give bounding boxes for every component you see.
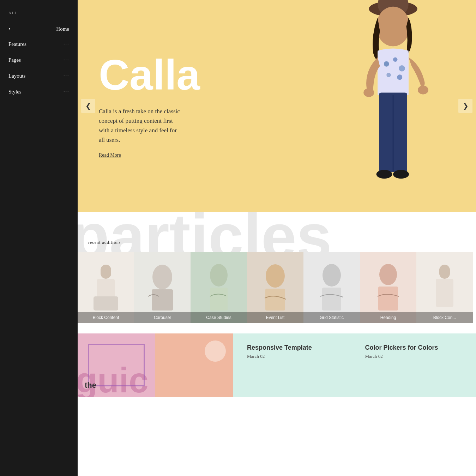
sidebar-item-styles[interactable]: Styles ··· bbox=[0, 84, 78, 100]
card-7-label: Block Con... bbox=[416, 312, 473, 323]
bottom-left-pink: guic the bbox=[78, 333, 155, 397]
card-6-illustration bbox=[367, 261, 409, 314]
card-1-illustration bbox=[85, 261, 127, 314]
entry-2-date: March 02 bbox=[365, 354, 462, 359]
card-5-illustration bbox=[311, 261, 353, 314]
svg-point-13 bbox=[376, 170, 392, 179]
svg-rect-29 bbox=[436, 279, 453, 307]
fashion-illustration bbox=[331, 0, 455, 212]
svg-point-7 bbox=[386, 73, 391, 77]
sidebar-styles-dots[interactable]: ··· bbox=[64, 88, 70, 96]
sidebar-features-label: Features bbox=[8, 41, 26, 47]
card-7-illustration bbox=[423, 261, 466, 314]
svg-point-8 bbox=[397, 74, 402, 80]
card-grid-statistic[interactable]: Grid Statistic bbox=[303, 252, 360, 323]
card-event-list[interactable]: Event List bbox=[247, 252, 303, 323]
sidebar-home-label: Home bbox=[56, 26, 69, 32]
svg-point-22 bbox=[266, 264, 285, 288]
hero-title: Calla bbox=[99, 54, 200, 96]
card-4-illustration bbox=[254, 261, 296, 314]
entry-2-title: Color Pickers for Colors bbox=[365, 344, 462, 351]
sidebar-item-home[interactable]: Home bbox=[0, 22, 78, 36]
sidebar-item-features[interactable]: Features ··· bbox=[0, 36, 78, 52]
sidebar-layouts-label: Layouts bbox=[8, 73, 25, 79]
carousel-next-button[interactable]: ❯ bbox=[458, 99, 472, 113]
sidebar-styles-label: Styles bbox=[8, 89, 22, 95]
svg-point-24 bbox=[323, 264, 341, 287]
svg-point-2 bbox=[376, 7, 410, 47]
chevron-left-icon: ❮ bbox=[85, 102, 91, 110]
card-block-content[interactable]: Block Content bbox=[78, 252, 134, 323]
center-circle-decoration bbox=[205, 341, 226, 362]
sidebar-features-dots[interactable]: ··· bbox=[64, 41, 70, 48]
card-4-label: Event List bbox=[247, 312, 303, 323]
sidebar-layouts-dots[interactable]: ··· bbox=[64, 72, 70, 80]
svg-point-5 bbox=[393, 58, 398, 62]
hero-content: Calla Calla is a fresh take on the class… bbox=[78, 32, 221, 180]
svg-point-20 bbox=[210, 264, 228, 287]
svg-point-10 bbox=[418, 86, 428, 95]
svg-rect-19 bbox=[152, 289, 173, 311]
main-content: Calla Calla is a fresh take on the class… bbox=[78, 0, 476, 397]
card-2-illustration bbox=[141, 261, 183, 314]
svg-point-18 bbox=[152, 265, 172, 289]
svg-rect-15 bbox=[101, 265, 111, 279]
bottom-entry-1: Responsive Template March 02 bbox=[247, 344, 344, 386]
chevron-right-icon: ❯ bbox=[463, 102, 469, 110]
purple-outline-decoration bbox=[88, 344, 145, 386]
card-case-studies[interactable]: Case Studies bbox=[191, 252, 247, 323]
recent-additions-label: recent additions bbox=[78, 219, 476, 252]
entry-1-title: Responsive Template bbox=[247, 344, 344, 351]
card-5-label: Grid Statistic bbox=[303, 312, 360, 323]
svg-rect-17 bbox=[94, 296, 118, 311]
bottom-center-peach bbox=[155, 333, 233, 397]
the-text: the bbox=[85, 381, 96, 390]
svg-rect-21 bbox=[210, 288, 228, 311]
entry-1-date: March 02 bbox=[247, 354, 344, 359]
svg-point-26 bbox=[379, 264, 397, 285]
svg-point-6 bbox=[399, 65, 405, 72]
card-6-label: Heading bbox=[360, 312, 416, 323]
svg-point-4 bbox=[384, 61, 389, 67]
card-3-label: Case Studies bbox=[191, 312, 247, 323]
cards-grid: Block Content Carousel bbox=[78, 252, 476, 330]
bottom-right-content: Responsive Template March 02 Color Picke… bbox=[233, 333, 476, 397]
card-3-illustration bbox=[198, 261, 240, 314]
particles-section: particles recent additions Block Content bbox=[78, 212, 476, 333]
sidebar-pages-dots[interactable]: ··· bbox=[64, 56, 70, 64]
carousel-prev-button[interactable]: ❮ bbox=[81, 99, 95, 113]
card-1-label: Block Content bbox=[78, 312, 134, 323]
bottom-entry-2: Color Pickers for Colors March 02 bbox=[365, 344, 462, 386]
bottom-section: guic the Responsive Template March 02 Co… bbox=[78, 333, 476, 397]
card-2-label: Carousel bbox=[134, 312, 191, 323]
svg-rect-25 bbox=[322, 288, 341, 311]
hero-image bbox=[331, 0, 455, 212]
card-block-content-2[interactable]: Block Con... bbox=[416, 252, 473, 323]
sidebar: ALL Home Features ··· Pages ··· Layouts … bbox=[0, 0, 78, 397]
svg-rect-27 bbox=[378, 287, 398, 311]
sidebar-item-pages[interactable]: Pages ··· bbox=[0, 52, 78, 68]
sidebar-all-label: ALL bbox=[0, 7, 78, 22]
card-heading[interactable]: Heading bbox=[360, 252, 416, 323]
sidebar-item-layouts[interactable]: Layouts ··· bbox=[0, 68, 78, 84]
hero-section: Calla Calla is a fresh take on the class… bbox=[78, 0, 476, 212]
hero-description: Calla is a fresh take on the classic con… bbox=[99, 107, 183, 145]
read-more-link[interactable]: Read More bbox=[99, 152, 121, 158]
svg-rect-23 bbox=[265, 289, 285, 311]
svg-point-14 bbox=[393, 170, 409, 179]
card-carousel[interactable]: Carousel bbox=[134, 252, 191, 323]
svg-rect-28 bbox=[439, 265, 450, 279]
svg-point-9 bbox=[363, 88, 374, 97]
sidebar-pages-label: Pages bbox=[8, 57, 21, 63]
